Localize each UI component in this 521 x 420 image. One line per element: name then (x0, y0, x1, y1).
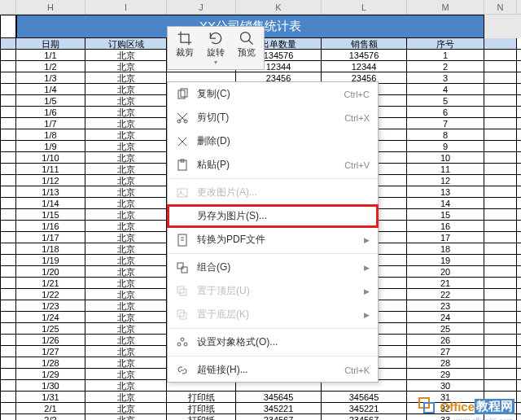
svg-point-17 (177, 343, 181, 346)
search-icon (239, 30, 255, 46)
rotate-icon (208, 30, 224, 46)
svg-rect-12 (180, 289, 186, 295)
th-region: 订购区域 (85, 38, 167, 49)
menu-cut[interactable]: 剪切(T) Ctrl+X (168, 106, 378, 129)
menu-paste[interactable]: 粘贴(P) Ctrl+V (168, 153, 378, 177)
menu-hyperlink[interactable]: 超链接(H)... Ctrl+K (168, 358, 378, 382)
svg-point-18 (184, 343, 187, 346)
svg-rect-10 (177, 263, 183, 269)
preview-button[interactable]: 预览 (234, 28, 259, 68)
menu-bring-front: 置于顶层(U) ▶ (168, 279, 378, 303)
menu-save-as-picture[interactable]: 另存为图片(S)... (167, 204, 379, 228)
menu-send-back: 置于底层(K) ▶ (168, 303, 378, 326)
col-letter[interactable]: H (16, 0, 85, 14)
svg-point-0 (241, 33, 251, 42)
col-letter[interactable]: I (85, 0, 167, 14)
th-date: 日期 (16, 38, 85, 49)
col-letter[interactable]: L (322, 0, 407, 14)
paste-icon (176, 159, 189, 172)
watermark-url: www.office26.com (454, 417, 513, 420)
col-letter[interactable]: K (236, 0, 322, 14)
svg-point-16 (181, 338, 184, 341)
menu-copy[interactable]: 复制(C) Ctrl+C (168, 82, 378, 106)
col-letter[interactable]: J (167, 0, 236, 14)
svg-rect-14 (177, 310, 184, 317)
col-letter[interactable]: M (407, 0, 484, 14)
menu-change-picture: 更改图片(A)... (168, 181, 378, 204)
send-back-icon (176, 308, 189, 322)
format-icon (176, 336, 189, 349)
menu-delete[interactable]: 删除(D) (168, 129, 378, 153)
col-letter[interactable]: N (484, 0, 517, 14)
menu-convert-pdf[interactable]: 转换为PDF文件 ▶ (168, 228, 378, 252)
svg-rect-15 (180, 313, 186, 319)
cut-icon (176, 112, 189, 125)
th-seq: 序号 (407, 38, 484, 49)
table-row[interactable]: 2/2 北京 打印纸 234567 234567 33 (0, 414, 521, 420)
context-menu: 复制(C) Ctrl+C 剪切(T) Ctrl+X 删除(D) 粘贴(P) Ct… (167, 81, 379, 383)
crop-icon (177, 30, 193, 46)
pdf-icon (176, 234, 189, 247)
image-edit-toolbar: 裁剪 旋转▾ 预览 (167, 26, 265, 70)
svg-rect-11 (182, 267, 187, 273)
delete-icon (176, 135, 189, 148)
th-sales: 销售额 (322, 38, 407, 49)
watermark-logo: Office教程网 (418, 397, 514, 415)
rotate-button[interactable]: 旋转▾ (204, 28, 228, 68)
bring-front-icon (176, 285, 189, 298)
group-icon (176, 261, 189, 274)
crop-button[interactable]: 裁剪 (173, 28, 197, 68)
picture-icon (176, 186, 189, 199)
svg-rect-13 (177, 287, 184, 293)
link-icon (176, 364, 189, 377)
column-letter-bar: H I J K L M N (0, 0, 521, 15)
menu-group[interactable]: 组合(G) ▶ (168, 256, 378, 279)
menu-format-object[interactable]: 设置对象格式(O)... (168, 330, 378, 354)
copy-icon (176, 88, 189, 101)
